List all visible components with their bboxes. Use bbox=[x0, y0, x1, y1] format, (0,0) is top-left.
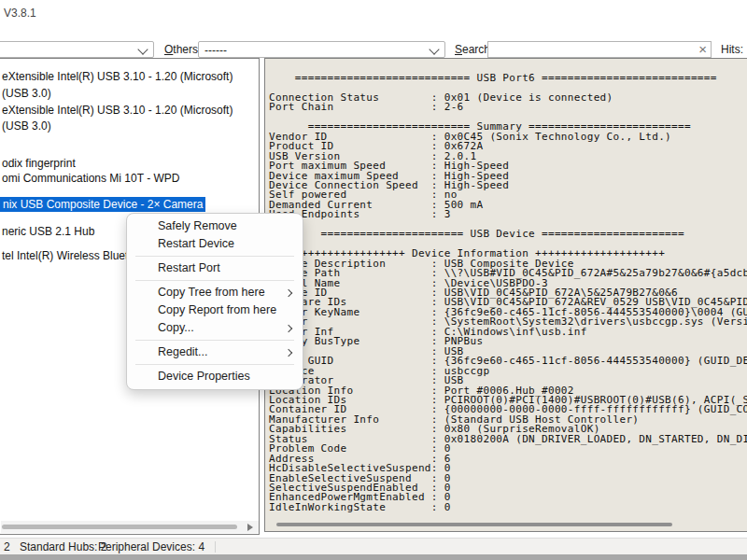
tree-item[interactable]: (USB 3.0) bbox=[2, 86, 51, 101]
tree-item[interactable]: eXtensible Intel(R) USB 3.10 - 1.20 (Mic… bbox=[2, 103, 233, 118]
others-dropdown-value: ------ bbox=[204, 44, 227, 57]
tree-item[interactable]: odix fingerprint bbox=[2, 156, 76, 171]
hits-label: Hits: bbox=[721, 43, 743, 56]
menu-item-copy-tree-from-here[interactable]: Copy Tree from here bbox=[127, 284, 303, 301]
submenu-chevron-icon bbox=[285, 324, 292, 331]
window-bottom-edge bbox=[0, 554, 747, 560]
report-horizontal-scrollbar[interactable] bbox=[276, 523, 672, 526]
menu-item-device-properties[interactable]: Device Properties bbox=[127, 368, 303, 385]
status-bar: 2Standard Hubs: 2Peripheral Devices: 4 bbox=[0, 538, 747, 555]
menu-separator bbox=[135, 364, 294, 365]
title-bar: V3.8.1 bbox=[0, 0, 747, 28]
menu-separator bbox=[135, 256, 294, 257]
report-panel: =========================== USB Port6 ==… bbox=[264, 58, 747, 532]
clear-search-icon[interactable]: × bbox=[698, 41, 707, 58]
tree-item[interactable]: neric USB 2.1 Hub bbox=[2, 224, 94, 239]
tree-horizontal-scrollbar[interactable] bbox=[1, 521, 259, 533]
tree-item[interactable]: omi Communications Mi 10T - WPD bbox=[2, 171, 180, 186]
context-menu: Safely RemoveRestart DeviceRestart PortC… bbox=[126, 213, 303, 390]
device-dropdown[interactable] bbox=[0, 41, 154, 58]
menu-item-copy[interactable]: Copy... bbox=[127, 319, 303, 337]
menu-separator bbox=[135, 340, 294, 341]
search-input[interactable] bbox=[491, 43, 691, 58]
menu-item-restart-port[interactable]: Restart Port bbox=[127, 259, 303, 277]
menu-item-regedit[interactable]: Regedit... bbox=[127, 343, 303, 361]
submenu-chevron-icon bbox=[285, 348, 292, 356]
window-title: V3.8.1 bbox=[4, 7, 36, 20]
others-dropdown[interactable]: ------ bbox=[198, 41, 445, 58]
submenu-chevron-icon bbox=[285, 288, 292, 296]
chevron-down-icon bbox=[429, 44, 439, 54]
status-separator bbox=[215, 541, 216, 553]
tree-item[interactable]: eXtensible Intel(R) USB 3.10 - 1.20 (Mic… bbox=[2, 69, 233, 84]
scrollbar-thumb[interactable] bbox=[2, 525, 237, 529]
menu-item-restart-device[interactable]: Restart Device bbox=[127, 235, 303, 253]
chevron-down-icon bbox=[137, 44, 148, 54]
menu-item-copy-report-from-here[interactable]: Copy Report from here bbox=[127, 301, 303, 319]
menu-separator bbox=[135, 280, 294, 281]
usb-tree-view-window: V3.8.1 Others: ------ Search: × Hits: eX… bbox=[0, 0, 747, 560]
scroll-right-arrow-icon[interactable] bbox=[247, 524, 253, 531]
status-segment: Standard Hubs: 2 bbox=[20, 540, 106, 553]
status-segment: Peripheral Devices: 4 bbox=[98, 540, 204, 553]
report-text: =========================== USB Port6 ==… bbox=[265, 59, 747, 512]
status-segment: 2 bbox=[4, 540, 10, 553]
menu-item-safely-remove[interactable]: Safely Remove bbox=[127, 217, 303, 235]
tree-item-selected[interactable]: nix USB Composite Device - 2× Camera bbox=[0, 197, 205, 212]
tree-item[interactable]: (USB 3.0) bbox=[2, 119, 51, 133]
search-box: × bbox=[487, 41, 712, 58]
others-label: Others: bbox=[164, 43, 201, 56]
